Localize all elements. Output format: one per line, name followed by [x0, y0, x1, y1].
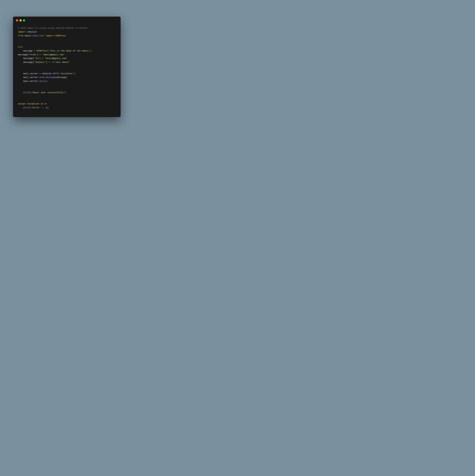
minimize-button[interactable] [19, 19, 22, 21]
blank-2 [18, 41, 116, 45]
message-assign-line: message = MIMEText('This is the body of … [18, 49, 116, 53]
maximize-button[interactable] [23, 19, 25, 21]
try-line: try: [18, 45, 116, 49]
code-editor: # Send email to using using smtplib modu… [13, 24, 121, 117]
import-line-2: from email.mime.text import MIMEText [18, 34, 116, 38]
print-error-line: print('Error: ', e) [18, 106, 116, 110]
titlebar [13, 17, 121, 24]
from-line: message['From'] = 'email@gmail.com' [18, 53, 116, 57]
blank-5 [18, 83, 116, 87]
quit-line: mail_server.quit() [18, 79, 116, 83]
code-window: # Send email to using using smtplib modu… [13, 17, 121, 117]
subject-line: message['Subject'] = 'A test email' [18, 60, 116, 64]
blank-8 [18, 98, 116, 102]
blank-3 [18, 64, 116, 68]
blank-1 [18, 38, 116, 41]
smtp-line: mail_server = smtplib.SMTP('localhost') [18, 72, 116, 76]
send-line: mail_server.send_message(message) [18, 75, 116, 79]
to-line: message['To'] = 'hello@gmail.com' [18, 57, 116, 60]
close-button[interactable] [16, 19, 18, 21]
print-success-line: print('Email sent successfully') [18, 91, 116, 95]
blank-7 [18, 94, 116, 98]
blank-4 [18, 68, 116, 72]
except-line: except Exception as e: [18, 102, 116, 106]
import-line-1: import smtplib [18, 30, 116, 34]
comment-line: # Send email to using using smtplib modu… [18, 26, 116, 30]
blank-6 [18, 87, 116, 91]
